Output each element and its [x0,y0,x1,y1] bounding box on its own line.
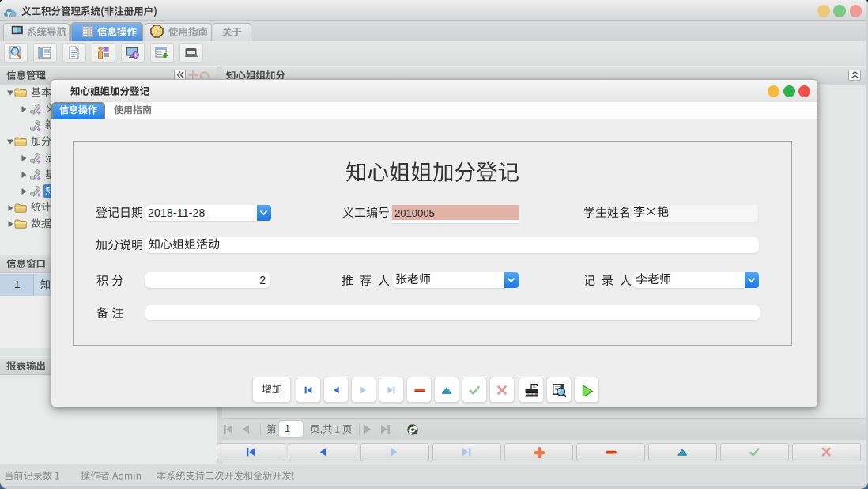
svg-text:?: ? [155,28,159,36]
svg-text:y: y [6,9,12,17]
